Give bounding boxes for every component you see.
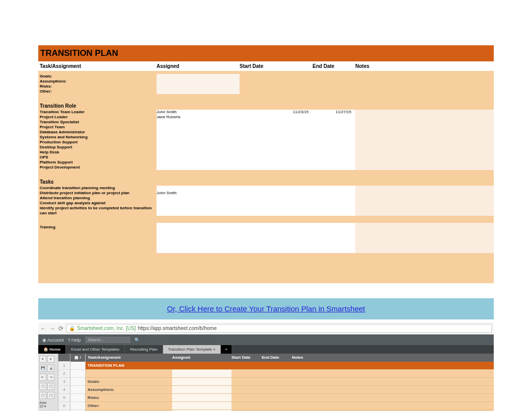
gh-end[interactable]: End Date	[262, 354, 292, 362]
tab-templates[interactable]: Excel and Other Templates	[66, 345, 125, 354]
meta-assigned-cell[interactable]	[157, 84, 240, 89]
role-task: Desktop Support	[38, 145, 157, 150]
print-icon[interactable]: 🖨	[47, 365, 54, 372]
gh-notes[interactable]: Notes	[292, 354, 494, 362]
row-num[interactable]: 2	[58, 370, 70, 378]
back-icon[interactable]: ←	[40, 325, 46, 332]
role-task: Systems and Networking	[38, 135, 157, 140]
gh-assigned[interactable]: Assigned	[172, 354, 232, 362]
role-assigned[interactable]	[157, 120, 240, 125]
header-end: End Date	[313, 63, 355, 69]
task-label: Coordinate transition planning meeting	[38, 186, 157, 191]
row-num[interactable]: 3	[58, 378, 70, 386]
role-row: Help Desk	[38, 150, 494, 155]
help-menu[interactable]: ? Help	[68, 338, 81, 343]
cta-link[interactable]: Or, Click Here to Create Your Transition…	[167, 304, 365, 313]
task-label: Conduct skill gap analysis against	[38, 201, 157, 206]
role-task: Project Leader	[38, 115, 157, 120]
cta-banner: Or, Click Here to Create Your Transition…	[38, 298, 494, 319]
forward-icon[interactable]: →	[49, 325, 55, 332]
task-assigned[interactable]	[157, 186, 240, 191]
task-label: Distribute project initiation plan or pr…	[38, 191, 157, 196]
role-assigned[interactable]: Jane Roberts	[157, 115, 240, 120]
role-row: Project Team	[38, 125, 494, 130]
plan-column-headers: Task/Assignment Assigned Start Date End …	[38, 61, 494, 71]
lock-icon: 🔒	[69, 325, 75, 331]
role-start[interactable]	[240, 115, 313, 120]
role-row: Desktop Support	[38, 145, 494, 150]
task-assigned[interactable]: John Smith	[157, 191, 240, 196]
role-end[interactable]	[313, 115, 355, 120]
grid-row[interactable]: Risks:	[86, 394, 494, 402]
row-num[interactable]: 5	[58, 394, 70, 402]
role-notes[interactable]	[355, 110, 494, 115]
expand-column: ▣ /	[70, 354, 86, 411]
tab-add-button[interactable]: +	[221, 345, 232, 354]
tab-home[interactable]: 🏠 Home	[38, 345, 66, 354]
font-selector[interactable]: Arial	[39, 401, 57, 404]
tool-btn[interactable]: ▢	[39, 392, 46, 399]
grid-title-row[interactable]: TRANSITION PLAN	[86, 362, 494, 370]
tool-btn[interactable]: ▢	[47, 392, 54, 399]
row-num[interactable]: 1	[58, 362, 70, 370]
grid-row[interactable]: Other:	[86, 402, 494, 410]
meta-label: Assumptions:	[38, 79, 157, 84]
role-row: Transition Team Leader John Smith 11/23/…	[38, 110, 494, 115]
row-num[interactable]: 4	[58, 386, 70, 394]
role-task: Project Team	[38, 125, 157, 130]
task-row: Distribute project initiation plan or pr…	[38, 191, 494, 196]
tool-btn[interactable]: ▢	[47, 383, 54, 390]
search-icon[interactable]: 🔍	[134, 338, 140, 343]
header-notes: Notes	[355, 63, 494, 69]
meta-row: Assumptions:	[38, 79, 494, 84]
role-row: Transition Specialist	[38, 120, 494, 125]
meta-label: Other:	[38, 89, 157, 94]
grid-row[interactable]	[86, 370, 494, 378]
meta-assigned-cell[interactable]	[157, 79, 240, 84]
browser-mockup: ← → ⟳ 🔒 Smartsheet.com, Inc. [US] https:…	[38, 322, 494, 411]
role-notes[interactable]	[355, 115, 494, 120]
row-num[interactable]: 6	[58, 402, 70, 410]
role-row: OPS	[38, 155, 494, 160]
meta-row: Other:	[38, 89, 494, 94]
tool-btn[interactable]: ▾	[39, 356, 46, 363]
app-topbar: ◉ Account ? Help Search... 🔍	[38, 335, 494, 345]
meta-assigned-cell[interactable]	[157, 89, 240, 94]
reload-icon[interactable]: ⟳	[58, 325, 63, 332]
save-icon[interactable]: 💾	[39, 365, 46, 372]
url-bar[interactable]: 🔒 Smartsheet.com, Inc. [US] https://app.…	[66, 324, 492, 333]
indent-icon[interactable]: ⇤	[39, 374, 46, 381]
role-row: Platform Support	[38, 160, 494, 165]
role-row: Production Support	[38, 140, 494, 145]
role-row: Database Administrator	[38, 130, 494, 135]
gh-task[interactable]: Task/Assignment	[86, 354, 172, 362]
role-task: Help Desk	[38, 150, 157, 155]
url-text: https://app.smartsheet.com/b/home	[138, 325, 217, 331]
tool-btn[interactable]: ▾	[47, 356, 54, 363]
tab-recruiting[interactable]: Recruiting Plan	[125, 345, 163, 354]
gh-start[interactable]: Start Date	[232, 354, 262, 362]
outdent-icon[interactable]: ⇥	[47, 374, 54, 381]
meta-row: Goals:	[38, 74, 494, 79]
role-row: Project Development	[38, 165, 494, 170]
training-section-header: Training	[38, 223, 157, 231]
tab-transition-plan[interactable]: Transition Plan Template ×	[163, 345, 221, 354]
search-input[interactable]: Search...	[85, 337, 130, 343]
task-label: Attend transition planning	[38, 196, 157, 201]
account-menu[interactable]: ◉ Account	[42, 338, 64, 343]
grid-row[interactable]: Assumptions:	[86, 386, 494, 394]
grid-row[interactable]: Goals:	[86, 378, 494, 386]
task-row: Coordinate transition planning meeting	[38, 186, 494, 191]
tool-btn[interactable]: ▢	[39, 383, 46, 390]
size-selector[interactable]: 10 ▾	[39, 404, 57, 408]
plan-title: TRANSITION PLAN	[38, 45, 494, 61]
training-assigned[interactable]	[157, 223, 240, 253]
role-task: OPS	[38, 155, 157, 160]
role-end[interactable]: 11/27/15	[313, 110, 355, 115]
header-task: Task/Assignment	[38, 63, 157, 69]
meta-row: Risks:	[38, 84, 494, 89]
sheet-area: ▾▾ 💾🖨 ⇤⇥ ▢▢ ▢▢ Arial 10 ▾ 1 2 3 4 5 6 7 …	[38, 354, 494, 411]
role-assigned[interactable]: John Smith	[157, 110, 240, 115]
role-start[interactable]: 11/23/15	[240, 110, 313, 115]
meta-assigned-cell[interactable]	[157, 74, 240, 79]
